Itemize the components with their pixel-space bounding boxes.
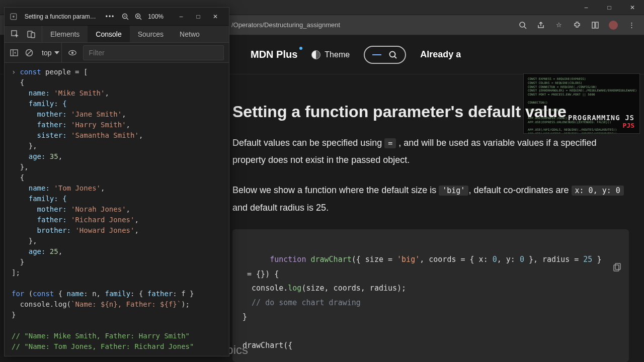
code-txt: }, radius = — [524, 255, 583, 264]
inline-code-xy: x: 0, y: 0 — [572, 186, 624, 196]
devtools-maximize-button[interactable]: □ — [190, 10, 207, 24]
notification-dot-icon — [299, 47, 302, 50]
share-icon[interactable] — [536, 21, 545, 30]
devtools-more-icon[interactable]: ••• — [106, 13, 115, 20]
console-line: age: — [12, 247, 50, 255]
para1-text-a: Default values can be specified using — [232, 138, 384, 148]
console-num: 35 — [50, 152, 58, 160]
copy-code-button[interactable] — [612, 234, 623, 245]
reading-list-icon[interactable] — [591, 21, 600, 30]
theme-icon — [311, 50, 320, 59]
theme-label: Theme — [325, 50, 350, 59]
devtools-minimize-button[interactable]: – — [173, 10, 190, 24]
inline-code-equals: = — [384, 138, 396, 148]
code-num: 0 — [520, 255, 524, 264]
svg-line-5 — [394, 56, 396, 58]
console-punct: , — [122, 110, 126, 118]
console-punct: , — [126, 205, 130, 213]
console-line: }, — [12, 237, 37, 245]
code-txt: console. — [243, 284, 288, 293]
console-punct: , — [134, 216, 138, 224]
svg-point-4 — [390, 51, 395, 57]
console-punct: , — [139, 131, 143, 139]
code-str: 'big' — [397, 255, 420, 264]
tab-console[interactable]: Console — [88, 26, 129, 42]
console-comment: // "Name: Tom Jones, Father: Richard Jon… — [12, 342, 194, 350]
article-paragraph-2: Below we show a function where the defau… — [232, 182, 629, 216]
console-line: brother: — [12, 226, 75, 234]
inspect-element-icon[interactable] — [11, 30, 20, 39]
mdn-plus-link[interactable]: MDN Plus — [251, 49, 297, 60]
console-str: 'Mike Smith' — [54, 89, 105, 97]
devtools-window-title: Setting a function paramet... — [25, 13, 99, 20]
console-punct: , — [58, 152, 62, 160]
code-txt: , y: — [497, 255, 520, 264]
mdn-plus-label: MDN Plus — [251, 49, 297, 60]
code-num: 0 — [493, 255, 497, 264]
tab-sources[interactable]: Sources — [130, 26, 172, 42]
devtools-close-button[interactable]: ✕ — [207, 10, 224, 24]
code-txt: (size, coords, radius); — [301, 284, 406, 293]
kebab-menu-icon[interactable]: ⋮ — [627, 21, 636, 30]
devtools-title-bar[interactable]: Setting a function paramet... ••• 100% –… — [5, 8, 229, 26]
browser-close-button[interactable]: ✕ — [621, 0, 644, 15]
code-fn: drawChart — [310, 255, 351, 264]
url-path[interactable]: /Operators/Destructuring_assignment — [231, 21, 518, 29]
svg-line-1 — [524, 27, 526, 29]
console-line: family: { — [12, 100, 67, 108]
console-line: name: — [12, 184, 54, 192]
browser-minimize-button[interactable]: – — [575, 0, 598, 15]
tab-network[interactable]: Netwo — [172, 26, 208, 42]
devtools-tabs: Elements Console Sources Netwo — [5, 26, 229, 43]
inline-code-big: 'big' — [439, 186, 468, 196]
console-line: father: — [12, 121, 71, 129]
svg-rect-3 — [596, 22, 598, 28]
svg-rect-19 — [31, 33, 35, 38]
console-filter-input[interactable] — [83, 45, 224, 60]
star-icon[interactable]: ☆ — [554, 21, 564, 30]
console-str: 'Norah Jones' — [71, 205, 126, 213]
avatar-icon[interactable] — [609, 21, 618, 30]
live-expression-icon[interactable] — [68, 48, 77, 57]
console-line: mother: — [12, 110, 71, 118]
tab-elements[interactable]: Elements — [42, 26, 88, 42]
console-punct: , — [126, 121, 130, 129]
para2-text-a: Below we show a function where the defau… — [232, 185, 439, 195]
device-toggle-icon[interactable] — [27, 30, 36, 39]
code-txt: ({ size = — [352, 255, 397, 264]
svg-point-25 — [71, 51, 74, 54]
code-kw: function — [270, 255, 306, 264]
console-line: ]; — [12, 268, 20, 277]
browser-maximize-button[interactable]: □ — [598, 0, 621, 15]
already-subscriber-link[interactable]: Already a — [420, 49, 461, 60]
execution-context-selector[interactable]: top — [40, 43, 62, 62]
zoom-in-icon[interactable] — [135, 13, 142, 20]
console-str: 'Jane Smith' — [71, 110, 122, 118]
chevron-down-icon — [54, 51, 59, 54]
code-comment: // do some chart drawing — [243, 298, 361, 307]
code-txt: drawChart({ — [243, 341, 292, 350]
article-heading: Setting a function parameter's default v… — [232, 103, 629, 121]
search-underscore-icon — [372, 54, 381, 55]
code-num: 25 — [583, 255, 592, 264]
console-line: }, — [12, 142, 37, 150]
console-line: sister: — [12, 131, 71, 139]
zoom-level[interactable]: 100% — [148, 13, 164, 20]
console-line: family: { — [12, 195, 67, 203]
clear-console-icon[interactable] — [25, 48, 34, 57]
svg-line-16 — [140, 18, 142, 20]
console-line: mother: — [12, 205, 71, 213]
extensions-icon[interactable] — [573, 21, 582, 30]
zoom-out-icon[interactable] — [122, 13, 129, 20]
theme-toggle[interactable]: Theme — [311, 50, 350, 59]
article-paragraph-1: Default values can be specified using = … — [232, 134, 629, 168]
zoom-icon[interactable] — [518, 21, 527, 30]
svg-rect-6 — [614, 265, 619, 271]
console-sidebar-toggle-icon[interactable] — [10, 48, 19, 57]
svg-line-12 — [127, 18, 129, 20]
para2-text-b: , default co-ordinates are — [468, 185, 571, 195]
svg-point-0 — [520, 22, 525, 27]
console-output[interactable]: ›const people = [ { name: 'Mike Smith', … — [5, 63, 229, 356]
search-button[interactable] — [364, 46, 406, 64]
code-txt: , coords = { x: — [420, 255, 493, 264]
